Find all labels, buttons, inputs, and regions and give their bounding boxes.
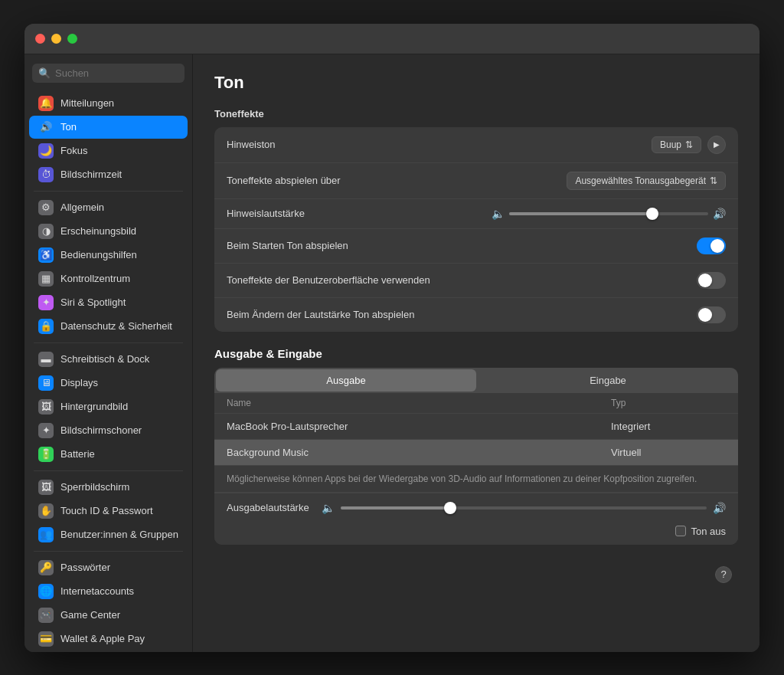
play-icon: ▶ (714, 140, 720, 149)
datenschutz-icon: 🔒 (38, 319, 54, 334)
divider-4 (34, 551, 183, 552)
row-name-macbook: MacBook Pro-Lautsprecher (227, 421, 611, 432)
toneffekte-section-title: Toneffekte (214, 108, 738, 120)
ausgabe-eingabe-title: Ausgabe & Eingabe (214, 347, 738, 360)
sidebar-item-siri-spotlight[interactable]: ✦ Siri & Spotlight (29, 291, 188, 314)
sidebar-item-sperrbildschirm[interactable]: 🖼 Sperrbildschirm (29, 476, 188, 499)
sidebar-item-mitteilungen[interactable]: 🔔 Mitteilungen (29, 92, 188, 115)
sidebar-item-displays[interactable]: 🖥 Displays (29, 372, 188, 395)
toneffekte-abspielen-label: Toneffekte abspielen über (227, 175, 341, 186)
search-box[interactable]: 🔍 (32, 64, 185, 83)
toggle-knob-2 (698, 274, 712, 287)
chevron-up-down-icon: ⇅ (685, 139, 693, 150)
sidebar-item-ton[interactable]: 🔊 Ton (29, 116, 188, 139)
tab-ausgabe[interactable]: Ausgabe (216, 369, 476, 392)
sidebar-item-schreibtisch[interactable]: ▬ Schreibtisch & Dock (29, 348, 188, 371)
help-button[interactable]: ? (715, 566, 732, 583)
sidebar-item-label: Bildschirmzeit (60, 169, 122, 180)
sidebar-item-label: Touch ID & Passwort (60, 505, 153, 516)
sidebar-item-label: Kontrollzentrum (60, 273, 130, 284)
ton-aus-label: Ton aus (691, 526, 726, 537)
maximize-button[interactable] (67, 34, 77, 44)
kontrollzentrum-icon: ▦ (38, 271, 54, 287)
sidebar-group-2: ▬ Schreibtisch & Dock 🖥 Displays 🖼 Hinte… (24, 348, 192, 466)
sidebar-item-label: Passwörter (60, 562, 110, 573)
output-volume-low-icon: 🔈 (322, 502, 335, 514)
tonausgabe-value: Ausgewähltes Tonausgabegerät (575, 175, 706, 186)
divider-3 (34, 470, 183, 471)
hinweislautstaerke-track[interactable] (509, 212, 708, 215)
table-row-bgmusic[interactable]: Background Music Virtuell (214, 440, 738, 466)
sidebar-item-touchid[interactable]: ✋ Touch ID & Passwort (29, 500, 188, 523)
sidebar-item-label: Internetaccounts (60, 585, 134, 597)
beim-aendern-toggle[interactable] (697, 306, 726, 323)
mute-checkbox[interactable] (675, 526, 686, 536)
minimize-button[interactable] (51, 34, 61, 44)
sidebar-item-label: Displays (60, 377, 98, 388)
allgemein-icon: ⚙ (38, 200, 54, 215)
bildschirmschoner-icon: ✦ (38, 423, 54, 438)
hinweislautstaerke-thumb[interactable] (646, 208, 658, 220)
siri-icon: ✦ (38, 295, 54, 310)
hinweiston-row: Hinweiston Buup ⇅ ▶ (214, 127, 738, 163)
play-button[interactable]: ▶ (707, 136, 726, 154)
page-title: Ton (214, 73, 738, 93)
sidebar-item-label: Datenschutz & Sicherheit (60, 320, 172, 332)
beim-starten-toggle[interactable] (697, 238, 726, 254)
tab-bar: Ausgabe Eingabe (214, 368, 738, 393)
tonausgabe-dropdown[interactable]: Ausgewähltes Tonausgabegerät ⇅ (567, 172, 726, 190)
sidebar-item-wallet[interactable]: 💳 Wallet & Apple Pay (29, 627, 188, 650)
main-window: 🔍 🔔 Mitteilungen 🔊 Ton 🌙 Fokus ⏱ (24, 24, 760, 652)
sidebar-item-datenschutz[interactable]: 🔒 Datenschutz & Sicherheit (29, 315, 188, 338)
divider-1 (34, 191, 183, 192)
sidebar-item-allgemein[interactable]: ⚙ Allgemein (29, 196, 188, 219)
toneffekte-benutzeroberflaeche-toggle[interactable] (697, 272, 726, 289)
main-panel: Ton Toneffekte Hinweiston Buup ⇅ ▶ (193, 54, 760, 652)
schreibtisch-icon: ▬ (38, 352, 54, 367)
benutzer-icon: 👥 (38, 527, 54, 542)
sidebar-item-label: Bedienungshilfen (60, 249, 137, 260)
sidebar-item-label: Batterie (60, 448, 95, 460)
beim-aendern-row: Beim Ändern der Lautstärke Ton abspielen (214, 298, 738, 332)
sidebar-item-benutzer[interactable]: 👥 Benutzer:innen & Gruppen (29, 523, 188, 546)
sidebar-group-3: 🖼 Sperrbildschirm ✋ Touch ID & Passwort … (24, 476, 192, 546)
sidebar-item-bildschirmschoner[interactable]: ✦ Bildschirmschoner (29, 419, 188, 442)
divider-2 (34, 342, 183, 343)
sidebar-item-passwoerter[interactable]: 🔑 Passwörter (29, 556, 188, 579)
close-button[interactable] (35, 34, 45, 44)
sidebar-item-bedienungshilfen[interactable]: ♿ Bedienungshilfen (29, 244, 188, 267)
volume-high-icon: 🔊 (713, 208, 726, 220)
sidebar-group-4: 🔑 Passwörter 🌐 Internetaccounts 🎮 Game C… (24, 556, 192, 650)
mitteilungen-icon: 🔔 (38, 96, 54, 111)
sidebar-item-erscheinungsbild[interactable]: ◑ Erscheinungsbild (29, 220, 188, 243)
tab-eingabe[interactable]: Eingabe (478, 368, 738, 393)
sidebar-item-label: Sperrbildschirm (60, 481, 129, 493)
sidebar-item-label: Mitteilungen (60, 97, 114, 109)
search-input[interactable] (55, 67, 178, 79)
bildschirmzeit-icon: ⏱ (38, 167, 54, 182)
sidebar-item-label: Erscheinungsbild (60, 225, 136, 237)
hintergrundbild-icon: 🖼 (38, 399, 54, 415)
sidebar-item-internetaccounts[interactable]: 🌐 Internetaccounts (29, 580, 188, 603)
hinweislautstaerke-slider-container: 🔈 🔊 (492, 208, 726, 220)
sidebar-item-kontrollzentrum[interactable]: ▦ Kontrollzentrum (29, 267, 188, 290)
bedienungshilfen-icon: ♿ (38, 247, 54, 263)
hinweiston-dropdown[interactable]: Buup ⇅ (652, 136, 701, 153)
internetaccounts-icon: 🌐 (38, 584, 54, 599)
sidebar-item-bildschirmzeit[interactable]: ⏱ Bildschirmzeit (29, 163, 188, 186)
displays-icon: 🖥 (38, 375, 54, 391)
table-header: Name Typ (214, 393, 738, 414)
batterie-icon: 🔋 (38, 447, 54, 462)
chevron-up-down-icon-2: ⇅ (710, 175, 717, 186)
sidebar-item-hintergrundbild[interactable]: 🖼 Hintergrundbild (29, 395, 188, 418)
sidebar-item-fokus[interactable]: 🌙 Fokus (29, 139, 188, 162)
sidebar-item-gamecenter[interactable]: 🎮 Game Center (29, 604, 188, 627)
sidebar-group-1: ⚙ Allgemein ◑ Erscheinungsbild ♿ Bedienu… (24, 196, 192, 338)
sidebar-item-batterie[interactable]: 🔋 Batterie (29, 443, 188, 466)
fokus-icon: 🌙 (38, 143, 54, 159)
ausgabelautstaerke-thumb[interactable] (444, 502, 456, 514)
sidebar-item-label: Benutzer:innen & Gruppen (60, 529, 178, 540)
volume-low-icon: 🔈 (492, 208, 505, 220)
ausgabelautstaerke-track[interactable] (341, 506, 707, 510)
table-row-macbook[interactable]: MacBook Pro-Lautsprecher Integriert (214, 414, 738, 440)
